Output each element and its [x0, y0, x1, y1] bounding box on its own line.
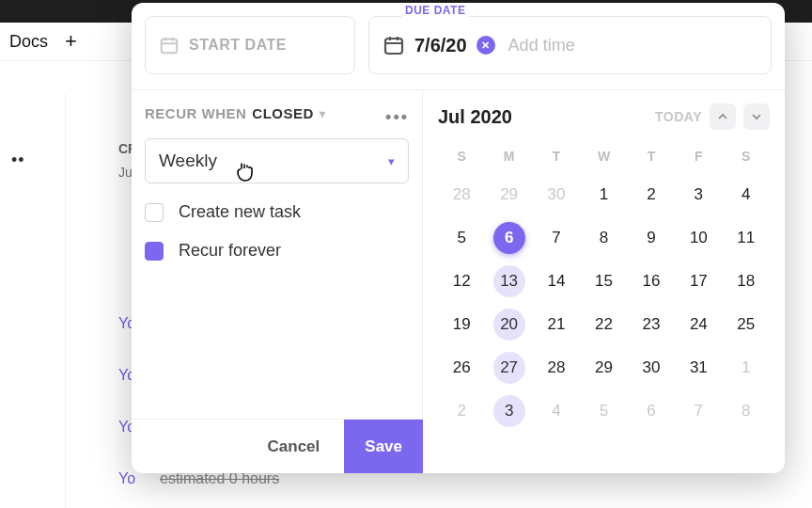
calendar-day[interactable]: 2 — [628, 173, 675, 216]
calendar-day[interactable]: 6 — [485, 216, 532, 260]
cancel-button[interactable]: Cancel — [260, 437, 328, 456]
checkbox[interactable] — [145, 203, 164, 222]
month-title: Jul 2020 — [438, 106, 512, 128]
dow-header: T — [533, 143, 580, 173]
calendar-day[interactable]: 21 — [533, 303, 580, 346]
option-label: Create new task — [179, 202, 301, 222]
modal-body: RECUR WHEN CLOSED ▾ ••• Weekly ▾ Create … — [132, 89, 785, 473]
dow-header: F — [675, 143, 722, 173]
recur-prefix: RECUR WHEN — [145, 105, 246, 121]
calendar-day[interactable]: 30 — [628, 346, 675, 389]
due-date-value: 7/6/20 — [414, 35, 467, 56]
calendar-header: Jul 2020 TODAY — [438, 103, 770, 130]
today-button[interactable]: TODAY — [655, 109, 702, 124]
chevron-down-icon: ▾ — [320, 107, 326, 120]
dow-header: S — [723, 143, 770, 173]
calendar-day[interactable]: 15 — [580, 260, 627, 303]
svg-rect-0 — [162, 40, 178, 54]
calendar-icon — [383, 34, 405, 56]
calendar-day[interactable]: 25 — [723, 303, 770, 346]
calendar-day[interactable]: 4 — [723, 173, 770, 216]
dow-header: W — [580, 143, 627, 173]
prev-month-button[interactable] — [710, 103, 736, 130]
calendar-day[interactable]: 28 — [533, 346, 580, 389]
calendar-day[interactable]: 19 — [438, 303, 485, 346]
calendar-day[interactable]: 14 — [533, 260, 580, 303]
calendar-icon — [159, 35, 180, 56]
calendar-day[interactable]: 1 — [580, 173, 627, 216]
calendar-day[interactable]: 13 — [485, 260, 532, 303]
calendar-day[interactable]: 11 — [723, 216, 770, 260]
recur-forever-option[interactable]: Recur forever — [145, 241, 409, 261]
dow-header: T — [628, 143, 675, 173]
dow-header: M — [485, 143, 532, 173]
frequency-value: Weekly — [159, 151, 217, 171]
calendar-day[interactable]: 4 — [533, 389, 580, 433]
chevron-down-icon: ▾ — [388, 154, 395, 168]
option-label: Recur forever — [179, 241, 281, 261]
calendar-day[interactable]: 16 — [628, 260, 675, 303]
calendar-pane: Jul 2020 TODAY SMTWTFS 28293012345678910… — [423, 90, 785, 473]
calendar-day[interactable]: 29 — [580, 346, 627, 389]
recur-state: CLOSED — [252, 105, 314, 121]
modal-footer: Cancel Save — [132, 419, 423, 473]
date-recurrence-modal: START DATE DUE DATE 7/6/20 ✕ Add time RE… — [132, 3, 785, 473]
calendar-day[interactable]: 7 — [675, 389, 722, 433]
start-date-field[interactable]: START DATE — [145, 16, 355, 74]
due-date-field[interactable]: DUE DATE 7/6/20 ✕ Add time — [368, 16, 772, 74]
next-month-button[interactable] — [743, 103, 770, 130]
docs-tab[interactable]: Docs — [9, 32, 48, 52]
calendar-day[interactable]: 6 — [628, 389, 675, 433]
calendar-day[interactable]: 22 — [580, 303, 627, 346]
calendar-day[interactable]: 7 — [533, 216, 580, 260]
clear-due-date-button[interactable]: ✕ — [476, 36, 495, 55]
calendar-day[interactable]: 24 — [675, 303, 722, 346]
calendar-day[interactable]: 2 — [438, 389, 485, 433]
calendar-day[interactable]: 27 — [485, 346, 532, 389]
calendar-day[interactable]: 3 — [485, 389, 532, 433]
calendar-day[interactable]: 28 — [438, 173, 485, 216]
calendar-day[interactable]: 8 — [723, 389, 770, 433]
calendar-day[interactable]: 31 — [675, 346, 722, 389]
calendar-day[interactable]: 1 — [723, 346, 770, 389]
save-button[interactable]: Save — [344, 420, 423, 474]
calendar-day[interactable]: 8 — [580, 216, 627, 260]
calendar-day[interactable]: 29 — [485, 173, 532, 216]
calendar-grid: SMTWTFS 28293012345678910111213141516171… — [438, 143, 770, 433]
date-fields-row: START DATE DUE DATE 7/6/20 ✕ Add time — [132, 3, 785, 82]
add-time-button[interactable]: Add time — [508, 36, 575, 56]
calendar-day[interactable]: 3 — [675, 173, 722, 216]
due-date-label: DUE DATE — [401, 4, 469, 17]
calendar-day[interactable]: 26 — [438, 346, 485, 389]
calendar-day[interactable]: 17 — [675, 260, 722, 303]
dow-header: S — [438, 143, 485, 173]
recurrence-pane: RECUR WHEN CLOSED ▾ ••• Weekly ▾ Create … — [132, 90, 423, 473]
calendar-day[interactable]: 5 — [580, 389, 627, 433]
calendar-day[interactable]: 18 — [723, 260, 770, 303]
checkbox[interactable] — [145, 242, 164, 261]
more-icon[interactable]: •• — [11, 151, 25, 170]
calendar-day[interactable]: 9 — [628, 216, 675, 260]
start-date-placeholder: START DATE — [189, 37, 287, 54]
bg-label-ju: Ju — [118, 165, 133, 180]
create-new-task-option[interactable]: Create new task — [145, 202, 409, 222]
add-tab-button[interactable]: + — [65, 29, 77, 54]
svg-rect-1 — [385, 39, 402, 54]
recur-when-toggle[interactable]: RECUR WHEN CLOSED ▾ — [145, 105, 409, 121]
tab-strip: Docs + — [0, 23, 132, 60]
frequency-select[interactable]: Weekly ▾ — [145, 138, 409, 183]
more-options-button[interactable]: ••• — [385, 107, 409, 127]
calendar-day[interactable]: 10 — [675, 216, 722, 260]
calendar-day[interactable]: 23 — [628, 303, 675, 346]
left-rail — [0, 94, 66, 508]
calendar-day[interactable]: 30 — [533, 173, 580, 216]
calendar-day[interactable]: 20 — [485, 303, 532, 346]
calendar-day[interactable]: 5 — [438, 216, 485, 260]
calendar-day[interactable]: 12 — [438, 260, 485, 303]
